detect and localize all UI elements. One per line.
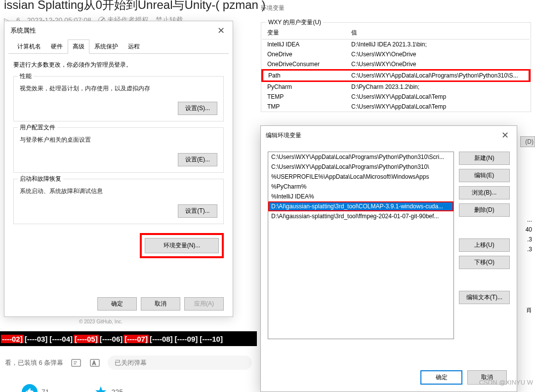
delete-button[interactable]: 删除(D) xyxy=(459,203,510,217)
startup-recovery-group: 启动和故障恢复 系统启动、系统故障和调试信息 设置(T)... xyxy=(13,179,224,224)
performance-group: 性能 视觉效果，处理器计划，内存使用，以及虚拟内存 设置(S)... xyxy=(13,76,224,121)
user-profile-desc: 与登录帐户相关的桌面设置 xyxy=(20,136,217,144)
path-item[interactable]: C:\Users\WXY\AppData\Local\Programs\Pyth… xyxy=(268,162,453,172)
startup-settings-button[interactable]: 设置(T)... xyxy=(178,204,217,218)
danmu-bar: 看，已装填 6 条弹幕 A xyxy=(0,352,257,374)
close-icon[interactable]: ✕ xyxy=(214,25,228,36)
var-name: TEMP xyxy=(262,92,346,102)
table-row[interactable]: IntelliJ IDEAD:\IntelliJ IDEA 2021.3.1\b… xyxy=(262,39,530,50)
env-variables-panel: 环境变量 WXY 的用户变量(U) 变量 值 IntelliJ IDEAD:\I… xyxy=(257,3,535,112)
thumb-up-icon xyxy=(22,384,38,392)
tab-computer-name[interactable]: 计算机名 xyxy=(12,39,46,54)
performance-title: 性能 xyxy=(18,72,34,80)
path-item[interactable]: %USERPROFILE%\AppData\Local\Microsoft\Wi… xyxy=(268,172,453,182)
stray-text: .3 xyxy=(527,236,532,243)
github-copyright: © 2023 GitHub, Inc. xyxy=(79,319,123,324)
timeline-seg: [----09] xyxy=(174,335,199,343)
system-properties-dialog: 系统属性 ✕ 计算机名 硬件 高级 系统保护 远程 要进行大多数更改，你必须作为… xyxy=(4,21,233,317)
admin-note: 要进行大多数更改，你必须作为管理员登录。 xyxy=(13,61,224,69)
path-item[interactable]: D:\AI\gaussian-splatting\3rd_tool\ffmpeg… xyxy=(268,211,453,221)
var-name: PyCharm xyxy=(262,81,346,92)
danmu-count-text: 看，已装填 6 条弹幕 xyxy=(5,358,63,367)
var-name: OneDriveConsumer xyxy=(262,59,346,70)
user-vars-table[interactable]: 变量 值 IntelliJ IDEAD:\IntelliJ IDEA 2021.… xyxy=(261,27,531,112)
stray-button-d[interactable]: (D) xyxy=(520,136,535,147)
path-item[interactable]: D:\AI\gaussian-splatting\3rd_tool\COLMAP… xyxy=(268,201,453,211)
edit-text-button[interactable]: 编辑文本(T)... xyxy=(459,291,510,304)
svg-rect-0 xyxy=(72,359,81,366)
table-row[interactable]: PathC:\Users\WXY\AppData\Local\Programs\… xyxy=(262,70,530,81)
edit-env-dialog: 编辑环境变量 ✕ C:\Users\WXY\AppData\Local\Prog… xyxy=(260,125,517,392)
coin-count: 225 xyxy=(112,388,123,392)
var-name: OneDrive xyxy=(262,49,346,59)
browse-button[interactable]: 浏览(B)... xyxy=(459,186,510,199)
new-button[interactable]: 新建(N) xyxy=(459,152,510,165)
performance-settings-button[interactable]: 设置(S)... xyxy=(178,102,217,115)
timeline-seg: [----05] xyxy=(74,335,99,343)
col-variable[interactable]: 变量 xyxy=(262,27,346,39)
close-icon[interactable]: ✕ xyxy=(498,130,512,141)
like-count: 71 xyxy=(41,388,49,392)
stray-text: 40 xyxy=(526,226,532,233)
env-panel-title: 环境变量 xyxy=(257,3,535,13)
cancel-button[interactable]: 取消 xyxy=(141,297,180,311)
stray-text: .3 xyxy=(527,246,532,253)
startup-title: 启动和故障恢复 xyxy=(18,175,63,183)
move-up-button[interactable]: 上移(U) xyxy=(459,238,510,252)
table-row[interactable]: TEMPC:\Users\WXY\AppData\Local\Temp xyxy=(262,92,530,102)
var-value: D:\PyCharm 2023.1.2\bin; xyxy=(346,81,530,92)
edit-env-title: 编辑环境变量 xyxy=(266,131,301,140)
timeline-bar[interactable]: ----02] [----03] [----04] [----05] [----… xyxy=(0,331,257,347)
var-value: D:\IntelliJ IDEA 2021.3.1\bin; xyxy=(346,39,530,50)
table-row[interactable]: TMPC:\Users\WXY\AppData\Local\Temp xyxy=(262,102,530,112)
coin-button[interactable]: 225 xyxy=(94,384,123,392)
danmu-toggle-icon[interactable] xyxy=(70,357,82,369)
danmu-settings-icon[interactable]: A xyxy=(89,357,101,369)
path-item[interactable]: C:\Users\WXY\AppData\Local\Programs\Pyth… xyxy=(268,152,453,162)
tabs: 计算机名 硬件 高级 系统保护 远程 xyxy=(8,39,229,54)
edit-button[interactable]: 编辑(E) xyxy=(459,169,510,182)
path-item[interactable]: %PyCharm% xyxy=(268,182,453,192)
table-row[interactable]: PyCharmD:\PyCharm 2023.1.2\bin; xyxy=(262,81,530,92)
user-vars-title: WXY 的用户变量(U) xyxy=(266,18,323,27)
var-name: IntelliJ IDEA xyxy=(262,39,346,50)
environment-variables-button[interactable]: 环境变量(N)... xyxy=(145,238,219,253)
var-name: TMP xyxy=(262,102,346,112)
tab-advanced[interactable]: 高级 xyxy=(68,39,89,54)
tab-system-protection[interactable]: 系统保护 xyxy=(89,39,123,54)
path-list[interactable]: C:\Users\WXY\AppData\Local\Programs\Pyth… xyxy=(268,152,454,339)
move-down-button[interactable]: 下移(O) xyxy=(459,256,510,269)
timeline-seg: [----10] xyxy=(199,335,224,343)
watermark: CSDN @XINYU W xyxy=(479,379,533,386)
ok-button[interactable]: 确定 xyxy=(97,297,137,311)
var-value: C:\Users\WXY\OneDrive xyxy=(346,59,530,70)
var-value: C:\Users\WXY\AppData\Local\Temp xyxy=(346,102,530,112)
danmu-input[interactable] xyxy=(108,355,252,370)
ok-button[interactable]: 确定 xyxy=(420,370,462,385)
coin-icon xyxy=(94,385,108,392)
timeline-seg: ----02] xyxy=(1,335,24,343)
timeline-seg: [----07] xyxy=(123,335,149,343)
user-profile-title: 用户配置文件 xyxy=(18,123,57,132)
tab-remote[interactable]: 远程 xyxy=(123,39,145,54)
apply-button[interactable]: 应用(A) xyxy=(184,297,224,311)
env-button-highlight: 环境变量(N)... xyxy=(140,233,224,258)
table-row[interactable]: OneDriveC:\Users\WXY\OneDrive xyxy=(262,49,530,59)
col-value[interactable]: 值 xyxy=(346,27,530,39)
user-profile-settings-button[interactable]: 设置(E)... xyxy=(178,153,217,166)
table-row[interactable]: OneDriveConsumerC:\Users\WXY\OneDrive xyxy=(262,59,530,70)
var-value: C:\Users\WXY\AppData\Local\Programs\Pyth… xyxy=(346,70,530,81)
timeline-seg: [----03] xyxy=(24,335,49,343)
var-value: C:\Users\WXY\AppData\Local\Temp xyxy=(346,92,530,102)
like-button[interactable]: 71 xyxy=(22,384,49,392)
path-item[interactable]: %IntelliJ IDEA% xyxy=(268,192,453,201)
timeline-seg: [----06] xyxy=(99,335,124,343)
stray-text: ... xyxy=(527,216,532,223)
var-value: C:\Users\WXY\OneDrive xyxy=(346,49,530,59)
performance-desc: 视觉效果，处理器计划，内存使用，以及虚拟内存 xyxy=(20,84,217,93)
tab-hardware[interactable]: 硬件 xyxy=(46,39,68,54)
svg-text:A: A xyxy=(92,360,96,366)
dialog-title: 系统属性 xyxy=(10,26,36,35)
user-profile-group: 用户配置文件 与登录帐户相关的桌面设置 设置(E)... xyxy=(13,127,224,173)
startup-desc: 系统启动、系统故障和调试信息 xyxy=(20,187,217,196)
